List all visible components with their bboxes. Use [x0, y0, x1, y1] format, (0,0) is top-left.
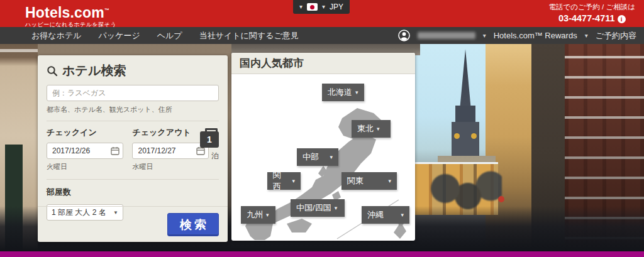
region-button-chubu[interactable]: 中部▾ — [297, 148, 338, 166]
search-button[interactable]: 検索 — [167, 213, 219, 236]
rooms-label: 部屋数 — [47, 187, 219, 198]
hotels-com-logo[interactable]: Hotels.com™ ハッピーになれるホテルを探そう — [25, 3, 116, 29]
checkout-weekday: 水曜日 — [132, 162, 209, 172]
chevron-down-icon: ▾ — [335, 205, 338, 211]
phone-label: 電話でのご予約 / ご相談は — [549, 3, 635, 12]
checkout-label: チェックアウト — [132, 127, 209, 138]
nights-count: 1 — [207, 134, 212, 145]
nav-item-bookings[interactable]: ご予約内容 — [596, 30, 636, 41]
info-icon[interactable]: i — [618, 15, 626, 23]
chevron-down-icon: ▾ — [322, 4, 325, 10]
chevron-down-icon: ▾ — [401, 212, 404, 218]
region-button-kanto[interactable]: 関東▾ — [341, 172, 397, 190]
footer-magenta-bar — [0, 251, 644, 257]
hotels-com-homepage: Hotels.com™ ハッピーになれるホテルを探そう ▾ ▾ JPY 電話での… — [0, 0, 644, 257]
logo-trademark: ™ — [104, 8, 109, 13]
chevron-down-icon: ▾ — [292, 178, 295, 184]
chevron-down-icon[interactable]: ▾ — [483, 33, 486, 39]
avatar-icon[interactable] — [398, 30, 410, 41]
nav-item-rewards[interactable]: Hotels.com™ Rewards — [494, 31, 577, 40]
destination-input[interactable] — [47, 85, 219, 101]
search-panel-title: ホテル検索 — [47, 62, 219, 79]
region-button-chugoku-shikoku[interactable]: 中国/四国▾ — [291, 199, 345, 217]
locale-currency-selector[interactable]: ▾ ▾ JPY — [293, 0, 350, 14]
phone-contact: 電話でのご予約 / ご相談は 03-4477-4711i — [549, 3, 635, 23]
nights-indicator: 1 泊 — [200, 131, 219, 161]
chevron-down-icon: ▾ — [299, 4, 303, 10]
popular-cities-panel: 国内人気都市 — [231, 53, 415, 241]
currency-label: JPY — [330, 3, 343, 11]
region-button-kansai[interactable]: 関西▾ — [267, 172, 301, 190]
chevron-down-icon: ▾ — [266, 212, 269, 218]
region-button-hokkaido[interactable]: 北海道▾ — [322, 84, 364, 101]
church-tower-mid — [455, 106, 475, 123]
search-button-row: 検索 — [38, 206, 228, 242]
destination-hint: 都市名、ホテル名、観光スポット、住所 — [47, 105, 219, 114]
chevron-down-icon: ▾ — [388, 178, 391, 184]
nights-unit: 泊 — [200, 151, 219, 161]
main-nav-bar: お得なホテル パッケージ ヘルプ 当社サイトに関するご意見 ▾ Hotels.c… — [0, 27, 644, 44]
phone-number: 03-4477-4711i — [549, 13, 635, 23]
suitcase-icon: 1 — [200, 131, 219, 148]
nav-account-area: ▾ Hotels.com™ Rewards ▾ ご予約内容 — [398, 30, 636, 41]
region-button-tohoku[interactable]: 東北▾ — [352, 120, 391, 138]
chevron-down-icon: ▾ — [355, 90, 358, 96]
top-header: Hotels.com™ ハッピーになれるホテルを探そう ▾ ▾ JPY 電話での… — [0, 0, 644, 27]
nav-item-deals[interactable]: お得なホテル — [31, 30, 82, 41]
nav-item-feedback[interactable]: 当社サイトに関するご意見 — [199, 30, 299, 41]
checkin-weekday: 火曜日 — [47, 162, 123, 172]
checkin-label: チェックイン — [47, 127, 123, 138]
region-button-kyushu[interactable]: 九州▾ — [241, 206, 275, 224]
chevron-down-icon: ▾ — [377, 126, 380, 132]
region-button-okinawa[interactable]: 沖縄▾ — [362, 206, 409, 224]
background-red-sign — [498, 196, 504, 202]
japan-map-area: 北海道▾ 東北▾ 中部▾ 関西▾ 関東▾ 中国/四国▾ 九州▾ 沖縄▾ — [231, 74, 415, 240]
account-username-redacted[interactable] — [418, 32, 475, 39]
japan-flag-icon — [307, 3, 318, 11]
chevron-down-icon: ▾ — [330, 155, 333, 160]
divider — [47, 179, 219, 180]
nav-item-help[interactable]: ヘルプ — [157, 30, 182, 41]
hotel-search-panel: ホテル検索 都市名、ホテル名、観光スポット、住所 チェックイン 火曜日 — [38, 55, 228, 242]
search-icon — [47, 65, 58, 77]
calendar-icon[interactable] — [111, 146, 119, 155]
logo-text: Hotels.com — [25, 4, 104, 21]
chevron-down-icon[interactable]: ▾ — [585, 33, 588, 39]
nav-item-packages[interactable]: パッケージ — [99, 30, 140, 41]
date-fields: チェックイン 火曜日 チェックアウト — [38, 121, 228, 180]
church-tower-spire — [453, 49, 478, 109]
nav-menu: お得なホテル パッケージ ヘルプ 当社サイトに関するご意見 — [31, 30, 299, 41]
popular-cities-title: 国内人気都市 — [231, 53, 415, 74]
